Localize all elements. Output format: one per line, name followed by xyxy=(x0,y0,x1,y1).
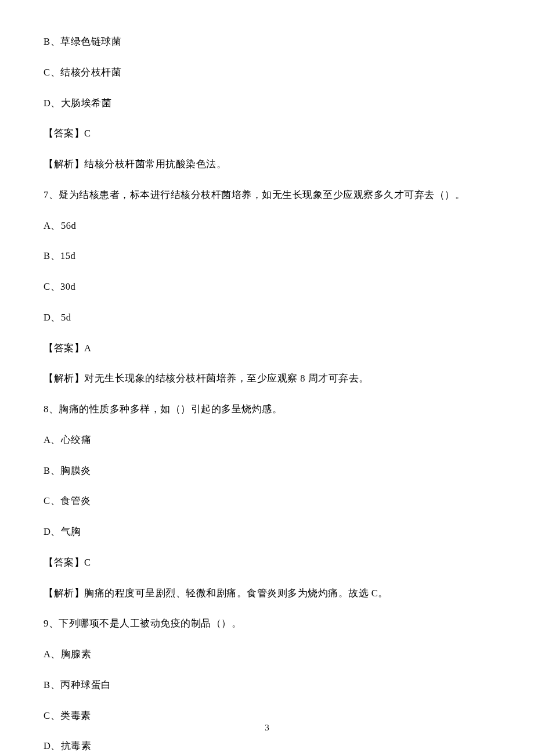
option-b-q7: B、15d xyxy=(44,249,490,264)
option-c-q6: C、结核分枝杆菌 xyxy=(44,66,490,80)
option-a-q8: A、心绞痛 xyxy=(44,433,490,448)
page-number: 3 xyxy=(0,723,534,733)
option-c-q9: C、类毒素 xyxy=(44,709,490,723)
document-page: B、草绿色链球菌 C、结核分枝杆菌 D、大肠埃希菌 【答案】C 【解析】结核分枝… xyxy=(0,0,534,756)
option-a-q9: A、胸腺素 xyxy=(44,647,490,662)
explanation-q6: 【解析】结核分枝杆菌常用抗酸染色法。 xyxy=(44,157,490,172)
question-8: 8、胸痛的性质多种多样，如（）引起的多呈烧灼感。 xyxy=(44,402,490,417)
answer-q7: 【答案】A xyxy=(44,341,490,356)
explanation-q8: 【解析】胸痛的程度可呈剧烈、轻微和剧痛。食管炎则多为烧灼痛。故选 C。 xyxy=(44,586,490,601)
option-b-q9: B、丙种球蛋白 xyxy=(44,678,490,693)
option-c-q8: C、食管炎 xyxy=(44,494,490,509)
option-d-q9: D、抗毒素 xyxy=(44,739,490,754)
answer-q8: 【答案】C xyxy=(44,556,490,570)
option-b-q8: B、胸膜炎 xyxy=(44,464,490,478)
answer-q6: 【答案】C xyxy=(44,127,490,141)
question-9: 9、下列哪项不是人工被动免疫的制品（）。 xyxy=(44,617,490,631)
option-d-q8: D、气胸 xyxy=(44,525,490,539)
explanation-q7: 【解析】对无生长现象的结核分枝杆菌培养，至少应观察 8 周才可弃去。 xyxy=(44,372,490,386)
option-d-q7: D、5d xyxy=(44,311,490,325)
option-a-q7: A、56d xyxy=(44,219,490,233)
option-b-q6: B、草绿色链球菌 xyxy=(44,35,490,49)
option-c-q7: C、30d xyxy=(44,280,490,294)
option-d-q6: D、大肠埃希菌 xyxy=(44,96,490,111)
question-7: 7、疑为结核患者，标本进行结核分枝杆菌培养，如无生长现象至少应观察多久才可弃去（… xyxy=(44,188,490,203)
